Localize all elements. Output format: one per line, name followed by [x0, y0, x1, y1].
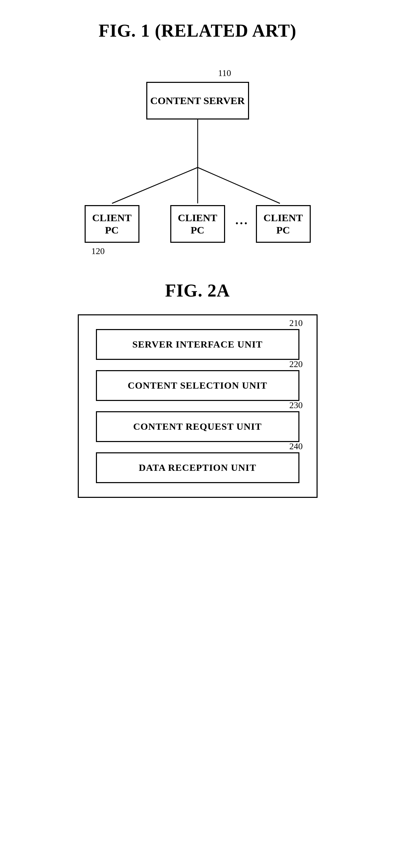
ref-210: 210: [289, 318, 303, 328]
unit-row-wrap-210: 210 SERVER INTERFACE UNIT: [96, 329, 299, 360]
data-reception-row: 240 DATA RECEPTION UNIT: [96, 452, 299, 483]
svg-line-1: [112, 167, 198, 203]
unit-row-wrap-240: 240 DATA RECEPTION UNIT: [96, 452, 299, 483]
content-selection-unit-box: CONTENT SELECTION UNIT: [96, 370, 299, 401]
content-request-row: 230 CONTENT REQUEST UNIT: [96, 411, 299, 442]
unit-row-wrap-230: 230 CONTENT REQUEST UNIT: [96, 411, 299, 442]
ref-230: 230: [289, 400, 303, 411]
svg-line-3: [198, 167, 280, 203]
client-pc-right: CLIENTPC: [256, 205, 311, 243]
ref-220: 220: [289, 359, 303, 369]
unit-row-wrap-220: 220 CONTENT SELECTION UNIT: [96, 370, 299, 401]
fig2a-outer-box: 210 SERVER INTERFACE UNIT 220 CONTENT SE…: [78, 314, 318, 498]
fig1-title: FIG. 1 (RELATED ART): [99, 21, 297, 41]
fig1-diagram: 110 CONTENT SERVER CLIENTPC CLIENTPC ...: [78, 61, 318, 260]
content-request-unit-box: CONTENT REQUEST UNIT: [96, 411, 299, 442]
client-pc-left: CLIENTPC: [85, 205, 139, 243]
fig2a-section: FIG. 2A 210 SERVER INTERFACE UNIT 220 CO…: [14, 280, 381, 498]
server-interface-unit-box: SERVER INTERFACE UNIT: [96, 329, 299, 360]
server-interface-row: 210 SERVER INTERFACE UNIT: [96, 329, 299, 360]
ellipsis: ...: [235, 213, 249, 227]
fig2a-title: FIG. 2A: [165, 280, 230, 301]
content-selection-row: 220 CONTENT SELECTION UNIT: [96, 370, 299, 401]
fig1-section: FIG. 1 (RELATED ART) 110 CONTENT SERVER …: [14, 21, 381, 260]
data-reception-unit-box: DATA RECEPTION UNIT: [96, 452, 299, 483]
client-pc-mid: CLIENTPC: [170, 205, 225, 243]
content-server-box: CONTENT SERVER: [146, 82, 249, 119]
ref-240: 240: [289, 441, 303, 452]
